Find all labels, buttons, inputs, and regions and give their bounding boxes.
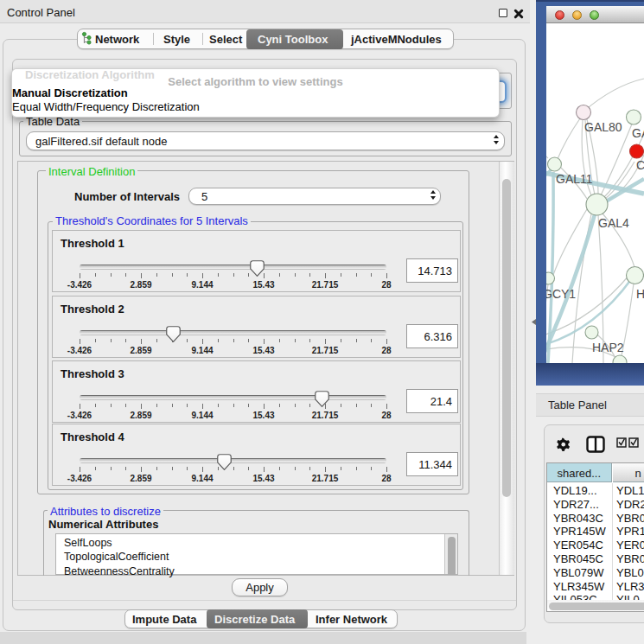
svg-text:H: H xyxy=(636,287,644,301)
svg-text:GA: GA xyxy=(632,126,644,140)
svg-text:GAL80: GAL80 xyxy=(584,120,622,134)
svg-text:GAL11: GAL11 xyxy=(556,172,593,186)
svg-text:C: C xyxy=(636,158,644,172)
svg-text:HAP2: HAP2 xyxy=(592,341,624,354)
svg-text:GCY1: GCY1 xyxy=(546,287,576,301)
svg-text:GAL4: GAL4 xyxy=(598,216,629,230)
